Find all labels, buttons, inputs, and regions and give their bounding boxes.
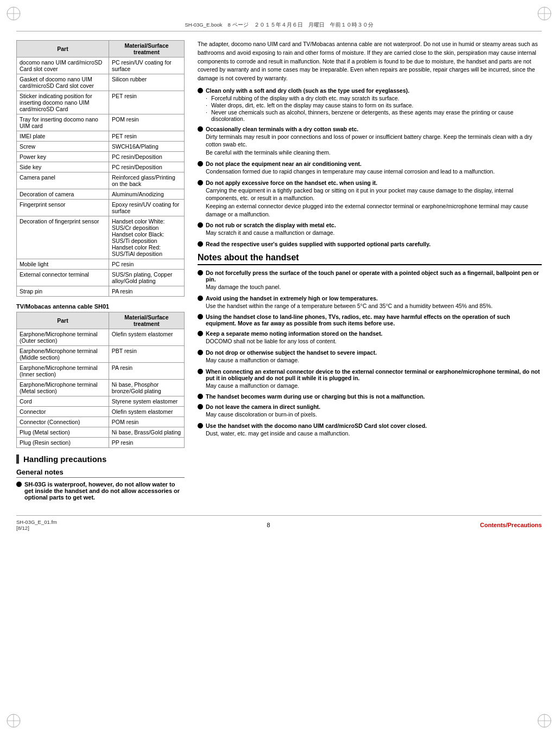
col-header-material-2: Material/Surface treatment [109, 312, 184, 329]
page-header: SH-03G_E.book 8 ページ ２０１５年４月６日 月曜日 午前１０時３… [16, 22, 542, 31]
table-row: Strap pinPA resin [17, 286, 185, 297]
bullet-header-text: Clean only with a soft and dry cloth (su… [206, 87, 409, 94]
bullet-header: Keep a separate memo noting information … [198, 330, 542, 337]
bullet-header-text: Keep a separate memo noting information … [206, 330, 383, 337]
material-cell: Epoxy resin/UV coating for surface [109, 200, 185, 216]
material-cell: Styrene system elastomer [109, 396, 184, 407]
bullet-header: Read the respective user's guides suppli… [198, 241, 542, 247]
list-item: The handset becomes warm during use or c… [198, 393, 542, 400]
bullet-header-text: Use the handset with the docomo nano UIM… [206, 422, 427, 429]
right-column: The adapter, docomo nano UIM card and TV… [198, 40, 542, 504]
list-item: Do not rub or scratch the display with m… [198, 222, 542, 237]
table-row: Plug (Resin section)PP resin [17, 438, 185, 448]
bullet-header-text: Do not rub or scratch the display with m… [206, 222, 336, 228]
material-cell: PET resin [109, 91, 185, 114]
bullet-text: SH-03G is waterproof, however, do not al… [24, 481, 185, 501]
list-item: Do not leave the camera in direct sunlig… [198, 403, 542, 419]
col-header-part-2: Part [17, 312, 109, 329]
part-cell: IMEI plate [17, 131, 109, 142]
material-cell: PA resin [109, 363, 184, 380]
bullet-header: Use the handset with the docomo nano UIM… [198, 422, 542, 429]
table-row: Fingerprint sensorEpoxy resin/UV coating… [17, 200, 185, 216]
col-header-material: Material/Surface treatment [109, 41, 185, 57]
page-footer: SH-03G_E_01.fm [8/12] 8 Contents/Precaut… [16, 515, 542, 531]
list-item: Do not apply excessive force on the hand… [198, 180, 542, 219]
bullet-sub-text: Use the handset within the range of a te… [198, 302, 542, 310]
part-cell: Decoration of camera [17, 189, 109, 200]
intro-text: The adapter, docomo nano UIM card and TV… [198, 40, 542, 83]
material-cell: PBT resin [109, 346, 184, 363]
bullet-dot-icon [16, 482, 22, 487]
contents-precautions-link[interactable]: Contents/Precautions [480, 522, 542, 528]
bullet-dot-icon [198, 404, 203, 409]
material-cell: PP resin [109, 438, 184, 448]
col-header-part: Part [17, 41, 109, 57]
table-row: Connector (Connection)POM resin [17, 417, 185, 427]
bullet-sub-text: May cause discoloration or burn-in of pi… [198, 411, 542, 419]
material-cell: PC resin/UV coating for surface [109, 57, 185, 74]
table-row: Earphone/Microphone terminal (Middle sec… [17, 346, 185, 363]
main-content: Part Material/Surface treatment docomo n… [16, 40, 542, 504]
bullet-sub-text: Carrying the equipment in a tightly pack… [198, 187, 542, 219]
page-number: 8 [57, 522, 480, 528]
bullet-header: When connecting an external connector de… [198, 368, 542, 381]
material-cell: PET resin [109, 131, 185, 142]
part-cell: Earphone/Microphone terminal (Inner sect… [17, 363, 109, 380]
header-text: SH-03G_E.book 8 ページ ２０１５年４月６日 月曜日 午前１０時３… [185, 22, 373, 28]
material-cell: PC resin [109, 259, 185, 270]
table-row: IMEI platePET resin [17, 131, 185, 142]
precautions-list: Clean only with a soft and dry cloth (su… [198, 87, 542, 247]
table-row: Gasket of docomo nano UIM card/microSD C… [17, 74, 185, 91]
list-item: Avoid using the handset in extremely hig… [198, 295, 542, 310]
part-cell: Connector (Connection) [17, 417, 109, 427]
bullet-header: Occasionally clean terminals with a dry … [198, 126, 542, 132]
bullet-sub-text: May cause a malfunction or damage. [198, 382, 542, 390]
list-item: Keep a separate memo noting information … [198, 330, 542, 345]
material-cell: Aluminum/Anodizing [109, 189, 185, 200]
part-cell: Earphone/Microphone terminal (Metal sect… [17, 380, 109, 396]
bullet-dot-icon [198, 161, 203, 166]
part-cell: Mobile light [17, 259, 109, 270]
list-item: Clean only with a soft and dry cloth (su… [198, 87, 542, 122]
bullet-header: Do not leave the camera in direct sunlig… [198, 403, 542, 410]
bullet-header-text: Avoid using the handset in extremely hig… [206, 295, 378, 302]
list-item: Use the handset with the docomo nano UIM… [198, 422, 542, 438]
bullet-dot-icon [198, 394, 203, 399]
bullet-header-text: Do not place the equipment near an air c… [206, 161, 362, 167]
bullet-dot-icon [198, 241, 203, 247]
sub-list-item: Never use chemicals such as alcohol, thi… [206, 109, 542, 122]
material-cell: Reinforced glass/Printing on the back [109, 172, 185, 189]
part-cell: Tray for inserting docomo nano UIM card [17, 114, 109, 131]
part-cell: Side key [17, 162, 109, 172]
material-cell: PA resin [109, 286, 185, 297]
bullet-dot-icon [198, 270, 203, 276]
bullet-header-text: Using the handset close to land-line pho… [206, 313, 542, 326]
sub-list-item: Forceful rubbing of the display with a d… [206, 95, 542, 101]
bullet-sub-text: Dirty terminals may result in poor conne… [198, 133, 542, 157]
material-cell: Ni base, Phosphor bronze/Gold plating [109, 380, 184, 396]
part-cell: Sticker indicating position for insertin… [17, 91, 109, 114]
notes-list: Do not forcefully press the surface of t… [198, 270, 542, 438]
bullet-header-text: Do not drop or otherwise subject the han… [206, 349, 377, 356]
part-cell: Connector [17, 407, 109, 417]
bullet-header: Clean only with a soft and dry cloth (su… [198, 87, 542, 94]
bullet-header: Do not drop or otherwise subject the han… [198, 349, 542, 356]
bullet-header-text: Read the respective user's guides suppli… [206, 241, 430, 247]
part-cell: Cord [17, 396, 109, 407]
table-row: Earphone/Microphone terminal (Inner sect… [17, 363, 185, 380]
bullet-dot-icon [198, 88, 203, 93]
material-cell: Ni base, Brass/Gold plating [109, 427, 184, 438]
corner-mark-tl [5, 5, 22, 22]
table-row: Tray for inserting docomo nano UIM cardP… [17, 114, 185, 131]
materials-table-2: Part Material/Surface treatment Earphone… [16, 312, 185, 448]
table-row: External connector terminalSUS/Sn platin… [17, 270, 185, 286]
bullet-header: Do not apply excessive force on the hand… [198, 180, 542, 186]
corner-mark-br [536, 713, 553, 729]
table-row: docomo nano UIM card/microSD Card slot c… [17, 57, 185, 74]
bullet-header: Do not rub or scratch the display with m… [198, 222, 542, 228]
table-row: ConnectorOlefin system elastomer [17, 407, 185, 417]
part-cell: Plug (Resin section) [17, 438, 109, 448]
materials-table-1: Part Material/Surface treatment docomo n… [16, 40, 185, 297]
left-column: Part Material/Surface treatment docomo n… [16, 40, 185, 504]
bullet-header-text: Do not apply excessive force on the hand… [206, 180, 377, 186]
